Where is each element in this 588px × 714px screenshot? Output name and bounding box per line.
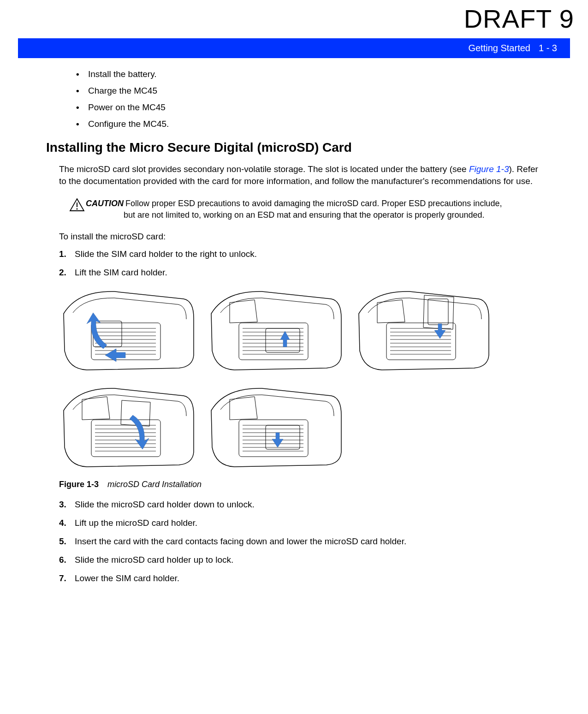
- svg-rect-31: [428, 299, 448, 325]
- steps-list-rest: 3.Slide the microSD card holder down to …: [59, 500, 542, 583]
- caution-body-line2: but are not limited to, working on an ES…: [124, 209, 502, 220]
- device-illustration-5: [207, 383, 345, 470]
- step-text: Lift up the microSD card holder.: [75, 518, 197, 528]
- top-bullet-list: Install the battery. Charge the MC45 Pow…: [76, 69, 542, 129]
- caution-block: CAUTIONFollow proper ESD precautions to …: [69, 198, 542, 220]
- step-number: 7.: [59, 573, 66, 583]
- step-item: 5.Insert the card with the card contacts…: [59, 536, 542, 547]
- watermark-text: DRAFT 9: [464, 4, 574, 34]
- caution-icon: [69, 198, 85, 212]
- lead-in-text: To install the microSD card:: [59, 232, 542, 242]
- step-text-pre: Slide: [75, 249, 94, 259]
- caution-body-line1: Follow proper ESD precautions to avoid d…: [125, 199, 502, 208]
- step-item: 3.Slide the microSD card holder down to …: [59, 500, 542, 510]
- intro-text-pre: The microSD card slot provides secondary…: [59, 164, 469, 174]
- step-text: Lower the SIM card holder.: [75, 573, 179, 583]
- figure-row-2: [59, 383, 542, 470]
- step-text: Slide the microSD card holder up to lock…: [75, 555, 233, 565]
- step-number: 3.: [59, 500, 66, 510]
- content-area: Install the battery. Charge the MC45 Pow…: [46, 69, 542, 592]
- section-heading: Installing the Micro Secure Digital (mic…: [46, 140, 542, 155]
- header-page: 1 - 3: [539, 43, 557, 54]
- device-illustration-3: [354, 286, 493, 374]
- step-item: 4.Lift up the microSD card holder.: [59, 518, 542, 528]
- steps-list-first: 1. Slide the SIM card holder to the righ…: [59, 249, 542, 278]
- step-number: 1.: [59, 249, 66, 259]
- step-text: Insert the card with the card contacts f…: [75, 536, 406, 546]
- figure-number: Figure 1-3: [59, 480, 99, 489]
- list-item: Power on the MC45: [76, 102, 542, 113]
- header-chapter: Getting Started: [468, 43, 530, 54]
- step-item: 1. Slide the SIM card holder to the righ…: [59, 249, 542, 259]
- device-illustration-4: [59, 383, 197, 470]
- device-illustration-2: [207, 286, 345, 374]
- step-text: Slide the microSD card holder down to un…: [75, 500, 255, 509]
- figure-block: Figure 1-3 microSD Card Installation: [59, 286, 542, 489]
- step-number: 4.: [59, 518, 66, 528]
- intro-paragraph: The microSD card slot provides secondary…: [59, 163, 542, 187]
- figure-row-1: [59, 286, 542, 374]
- figure-title: microSD Card Installation: [107, 480, 202, 489]
- step-number: 5.: [59, 536, 66, 547]
- page: DRAFT 9 Getting Started 1 - 3 Install th…: [0, 0, 588, 714]
- header-bar: Getting Started 1 - 3: [18, 38, 570, 58]
- caution-keyword: CAUTION: [86, 199, 124, 208]
- list-item: Install the battery.: [76, 69, 542, 79]
- list-item: Configure the MC45.: [76, 119, 542, 129]
- caution-text: CAUTIONFollow proper ESD precautions to …: [86, 198, 502, 220]
- device-illustration-1: [59, 286, 197, 374]
- figure-caption: Figure 1-3 microSD Card Installation: [59, 480, 542, 489]
- step-item: 6.Slide the microSD card holder up to lo…: [59, 555, 542, 565]
- step-item: 2. Lift the SIM card holder.: [59, 268, 542, 278]
- step-item: 7.Lower the SIM card holder.: [59, 573, 542, 583]
- list-item: Charge the MC45: [76, 86, 542, 96]
- step-text-rest: Lift the SIM card holder.: [75, 268, 167, 277]
- svg-point-1: [76, 208, 77, 210]
- step-text-rest: the SIM card holder to the right to unlo…: [94, 249, 257, 259]
- figure-reference-link[interactable]: Figure 1-3: [469, 164, 509, 174]
- step-number: 6.: [59, 555, 66, 565]
- step-number: 2.: [59, 268, 66, 278]
